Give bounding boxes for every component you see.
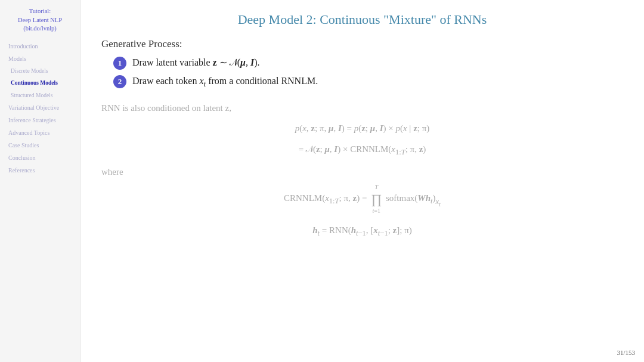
sidebar-item-inference[interactable]: Inference Strategies (6, 115, 74, 126)
step-2-number: 2 (113, 75, 126, 88)
main-content: Deep Model 2: Continuous "Mixture" of RN… (80, 0, 644, 362)
sidebar-item-models[interactable]: Models (6, 53, 74, 64)
page-number: 31/153 (617, 349, 635, 356)
sidebar: Tutorial: Deep Latent NLP (bit.do/lvnlp)… (0, 0, 80, 362)
step-1: 1 Draw latent variable z ∼ 𝒩(μ, I). (113, 56, 623, 70)
slide-title: Deep Model 2: Continuous "Mixture" of RN… (101, 12, 623, 27)
step-1-text: Draw latent variable z ∼ 𝒩(μ, I). (132, 56, 260, 69)
sidebar-item-advanced[interactable]: Advanced Topics (6, 127, 74, 138)
math-equation-2: = 𝒩(z; μ, I) × CRNNLM(x1:T; π, z) (101, 141, 623, 159)
step-2: 2 Draw each token xt from a conditional … (113, 75, 623, 90)
math-equation-3: CRNNLM(x1:T; π, z) = T ∏ t=1 softmax(Wht… (101, 182, 623, 216)
gray-note: RNN is also conditioned on latent z, (101, 103, 623, 113)
step-2-text: Draw each token xt from a conditional RN… (132, 75, 318, 90)
generative-label: Generative Process: (101, 38, 623, 50)
sidebar-item-introduction[interactable]: Introduction (6, 41, 74, 52)
sidebar-item-conclusion[interactable]: Conclusion (6, 152, 74, 163)
sidebar-item-discrete-models[interactable]: Discrete Models (6, 66, 74, 76)
steps-list: 1 Draw latent variable z ∼ 𝒩(μ, I). 2 Dr… (113, 56, 623, 95)
sidebar-item-continuous-models[interactable]: Continuous Models (6, 78, 74, 88)
math-equation-4: ht = RNN(ht−1, [xt−1; z]; π) (101, 222, 623, 240)
sidebar-title: Tutorial: Deep Latent NLP (bit.do/lvnlp) (6, 7, 74, 33)
step-1-number: 1 (113, 57, 126, 70)
sidebar-item-variational[interactable]: Variational Objective (6, 102, 74, 113)
sidebar-item-case-studies[interactable]: Case Studies (6, 140, 74, 151)
sidebar-item-references[interactable]: References (6, 165, 74, 176)
sidebar-item-structured-models[interactable]: Structured Models (6, 90, 74, 101)
where-label: where (101, 167, 623, 177)
math-equation-1: p(x, z; π, μ, I) = p(z; μ, I) × p(x | z;… (101, 120, 623, 137)
